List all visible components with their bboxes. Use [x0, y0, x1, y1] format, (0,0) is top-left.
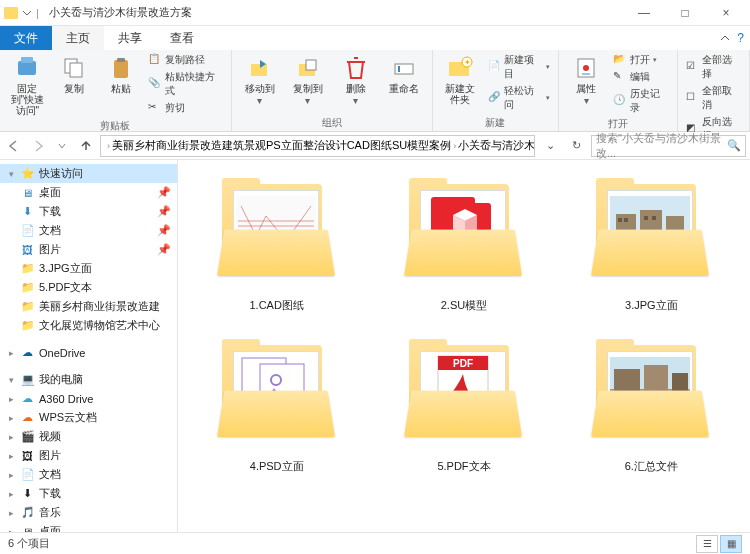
tab-share[interactable]: 共享	[104, 26, 156, 50]
svg-text:✦: ✦	[464, 58, 471, 67]
picture-icon: 🖼	[20, 242, 35, 257]
moveto-button[interactable]: 移动到▾	[238, 52, 282, 108]
tab-home[interactable]: 主页	[52, 26, 104, 50]
file-label: 6.汇总文件	[625, 459, 678, 474]
svg-rect-9	[395, 64, 413, 74]
svg-text:PDF: PDF	[453, 358, 473, 369]
nav-recent-icon[interactable]	[52, 136, 72, 156]
folder-icon: 📁	[20, 280, 35, 295]
file-item[interactable]: 6.汇总文件	[563, 333, 740, 474]
cloud-icon: ☁	[20, 391, 35, 406]
ribbon-toggle-icon[interactable]	[719, 32, 731, 44]
sidebar-videos[interactable]: ▸🎬视频	[0, 427, 177, 446]
file-item[interactable]: 3.JPG立面	[563, 172, 740, 313]
file-item[interactable]: PSD 4.PSD立面	[188, 333, 365, 474]
folder-icon	[4, 7, 18, 19]
properties-button[interactable]: 属性▾	[565, 52, 608, 108]
sidebar-pictures2[interactable]: ▸🖼图片	[0, 446, 177, 465]
sidebar-quickaccess[interactable]: ▾⭐快速访问	[0, 164, 177, 183]
close-button[interactable]: ×	[706, 1, 746, 25]
selectall-button[interactable]: ☑全部选择	[684, 52, 743, 82]
content-area[interactable]: 1.CAD图纸 2.SU模型 3.JPG立面	[178, 160, 750, 532]
maximize-button[interactable]: □	[665, 1, 705, 25]
chevron-right-icon[interactable]: ›	[107, 141, 110, 151]
titlebar: | 小关岙与清沙木街景改造方案 — □ ×	[0, 0, 750, 26]
pin-icon: 📌	[157, 243, 171, 256]
refresh-icon[interactable]: ↻	[565, 139, 587, 152]
paste-button[interactable]: 粘贴	[100, 52, 143, 96]
sidebar-item[interactable]: 📁3.JPG立面	[0, 259, 177, 278]
sidebar-thispc[interactable]: ▾💻我的电脑	[0, 370, 177, 389]
sidebar-downloads[interactable]: ⬇下载📌	[0, 202, 177, 221]
view-details-button[interactable]: ☰	[696, 535, 718, 553]
group-new-label: 新建	[439, 115, 552, 130]
file-label: 1.CAD图纸	[249, 298, 303, 313]
sidebar-documents[interactable]: 📄文档📌	[0, 221, 177, 240]
history-button[interactable]: 🕓历史记录	[611, 86, 670, 116]
tab-view[interactable]: 查看	[156, 26, 208, 50]
svg-rect-3	[70, 63, 82, 77]
svg-point-15	[583, 65, 589, 71]
pin-button[interactable]: 固定到"快速访问"	[6, 52, 49, 118]
copypath-button[interactable]: 📋复制路径	[146, 52, 225, 68]
video-icon: 🎬	[20, 429, 35, 444]
svg-rect-27	[618, 218, 622, 222]
edit-button[interactable]: ✎编辑	[611, 69, 670, 85]
selectnone-button[interactable]: ☐全部取消	[684, 83, 743, 113]
rename-button[interactable]: 重命名	[382, 52, 426, 96]
group-open-label: 打开	[565, 116, 671, 131]
help-icon[interactable]: ?	[737, 31, 744, 45]
group-organize-label: 组织	[238, 115, 426, 130]
newfolder-button[interactable]: ✦ 新建文件夹	[439, 52, 482, 107]
sidebar-item[interactable]: 📁5.PDF文本	[0, 278, 177, 297]
onedrive-icon: ☁	[20, 345, 35, 360]
pin-icon: 📌	[157, 205, 171, 218]
sidebar-onedrive[interactable]: ▸☁OneDrive	[0, 343, 177, 362]
svg-rect-8	[306, 60, 316, 70]
ribbon: 固定到"快速访问" 复制 粘贴 📋复制路径 📎粘贴快捷方式 ✂剪切 剪贴板	[0, 50, 750, 132]
minimize-button[interactable]: —	[624, 1, 664, 25]
svg-rect-4	[114, 60, 128, 78]
paste-shortcut-button[interactable]: 📎粘贴快捷方式	[146, 69, 225, 99]
file-item[interactable]: 2.SU模型	[375, 172, 552, 313]
svg-rect-5	[117, 58, 125, 62]
copy-button[interactable]: 复制	[53, 52, 96, 96]
newitem-button[interactable]: 📄新建项目▾	[486, 52, 552, 82]
statusbar: 6 个项目 ☰ ▦	[0, 532, 750, 554]
open-button[interactable]: 📂打开▾	[611, 52, 670, 68]
file-item[interactable]: PDFAdobe 5.PDF文本	[375, 333, 552, 474]
svg-rect-28	[624, 218, 628, 222]
chevron-right-icon[interactable]: ›	[453, 141, 456, 151]
easyaccess-button[interactable]: 🔗轻松访问▾	[486, 83, 552, 113]
sidebar-pictures[interactable]: 🖼图片📌	[0, 240, 177, 259]
separator: |	[36, 7, 39, 19]
dropdown-icon[interactable]	[21, 7, 33, 19]
copyto-button[interactable]: 复制到▾	[286, 52, 330, 108]
nav-forward-icon[interactable]	[28, 136, 48, 156]
status-text: 6 个项目	[8, 536, 50, 551]
nav-back-icon[interactable]	[4, 136, 24, 156]
sidebar-desktop[interactable]: 🖥桌面📌	[0, 183, 177, 202]
sidebar-desktop2[interactable]: ▸🖥桌面	[0, 522, 177, 532]
delete-button[interactable]: 删除▾	[334, 52, 378, 108]
sidebar-item[interactable]: 📁美丽乡村商业街景改造建	[0, 297, 177, 316]
tab-file[interactable]: 文件	[0, 26, 52, 50]
nav-up-icon[interactable]	[76, 136, 96, 156]
sidebar-downloads2[interactable]: ▸⬇下载	[0, 484, 177, 503]
refresh-dropdown-icon[interactable]: ⌄	[539, 139, 561, 152]
folder-icon: 📁	[20, 318, 35, 333]
sidebar-item[interactable]: 📁文化展览博物馆艺术中心	[0, 316, 177, 335]
sidebar-documents2[interactable]: ▸📄文档	[0, 465, 177, 484]
sidebar-a360[interactable]: ▸☁A360 Drive	[0, 389, 177, 408]
breadcrumb[interactable]: › 美丽乡村商业街景改造建筑景观PS立面整治设计CAD图纸SU模型案例 › 小关…	[100, 135, 535, 157]
sidebar-wps[interactable]: ▸☁WPS云文档	[0, 408, 177, 427]
search-icon[interactable]: 🔍	[727, 139, 741, 152]
view-icons-button[interactable]: ▦	[720, 535, 742, 553]
file-item[interactable]: 1.CAD图纸	[188, 172, 365, 313]
cut-button[interactable]: ✂剪切	[146, 100, 225, 116]
breadcrumb-seg[interactable]: 美丽乡村商业街景改造建筑景观PS立面整治设计CAD图纸SU模型案例	[112, 138, 451, 153]
breadcrumb-seg[interactable]: 小关岙与清沙木街景改造方案	[458, 138, 535, 153]
sidebar: ▾⭐快速访问 🖥桌面📌 ⬇下载📌 📄文档📌 🖼图片📌 📁3.JPG立面 📁5.P…	[0, 160, 178, 532]
search-input[interactable]: 搜索"小关岙与清沙木街景改... 🔍	[591, 135, 746, 157]
sidebar-music[interactable]: ▸🎵音乐	[0, 503, 177, 522]
